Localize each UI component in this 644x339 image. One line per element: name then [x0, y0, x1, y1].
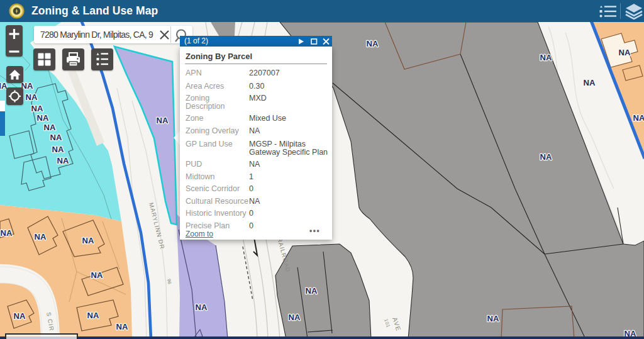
- svg-text:NA: NA: [584, 78, 596, 87]
- layers-header-btn[interactable]: [621, 0, 644, 22]
- svg-text:NA: NA: [306, 286, 318, 296]
- bottom-bar: [0, 336, 644, 339]
- basemap-button[interactable]: [33, 48, 55, 70]
- svg-text:NA: NA: [37, 113, 49, 123]
- svg-text:NA: NA: [87, 311, 99, 320]
- svg-text:NA: NA: [1, 228, 13, 238]
- panel-tab-blue: [0, 111, 5, 136]
- legend-header-btn[interactable]: [596, 0, 621, 22]
- popup-body: Zoning By Parcel APN 2207007 Area Acres …: [180, 47, 332, 240]
- svg-text:NA: NA: [540, 53, 552, 62]
- popup-titlebar: (1 of 2): [180, 36, 332, 47]
- zoom-control: [6, 25, 23, 57]
- zoom-to-link[interactable]: Zoom to: [186, 230, 213, 238]
- svg-text:NA: NA: [157, 116, 169, 125]
- svg-text:NA: NA: [619, 48, 631, 57]
- legend-button[interactable]: [91, 48, 113, 70]
- app-header: Zoning & Land Use Map: [0, 0, 644, 22]
- svg-text:NA: NA: [196, 303, 208, 312]
- svg-text:NA: NA: [367, 39, 379, 48]
- print-button[interactable]: [62, 48, 84, 70]
- svg-text:NA: NA: [91, 270, 103, 280]
- locate-button[interactable]: [6, 87, 23, 105]
- scalebar: [5, 333, 78, 339]
- svg-text:NA: NA: [26, 92, 38, 102]
- svg-text:NA: NA: [14, 311, 26, 321]
- svg-text:NA: NA: [35, 232, 47, 242]
- app-title: Zoning & Land Use Map: [31, 0, 158, 22]
- svg-text:NA: NA: [31, 104, 43, 113]
- svg-text:NA: NA: [50, 133, 62, 142]
- svg-text:NA: NA: [52, 145, 64, 154]
- svg-text:NA: NA: [57, 156, 69, 165]
- search-box[interactable]: 7280 Marylinn Dr, Milpitas, CA, 9: [34, 26, 192, 43]
- logo: [9, 3, 25, 19]
- home-button[interactable]: [6, 66, 23, 83]
- panel-tab-white: [0, 101, 5, 111]
- svg-text:NA: NA: [289, 313, 301, 322]
- svg-text:NA: NA: [633, 113, 644, 123]
- zoning-land-use-map-app: MARYLINN DR RAILROAD AVE 101 S CIR 96 NA…: [0, 0, 644, 339]
- svg-text:NA: NA: [82, 236, 94, 245]
- svg-text:NA: NA: [44, 123, 56, 132]
- svg-text:NA: NA: [540, 152, 552, 162]
- svg-text:NA: NA: [487, 314, 499, 323]
- svg-text:NA: NA: [116, 322, 128, 331]
